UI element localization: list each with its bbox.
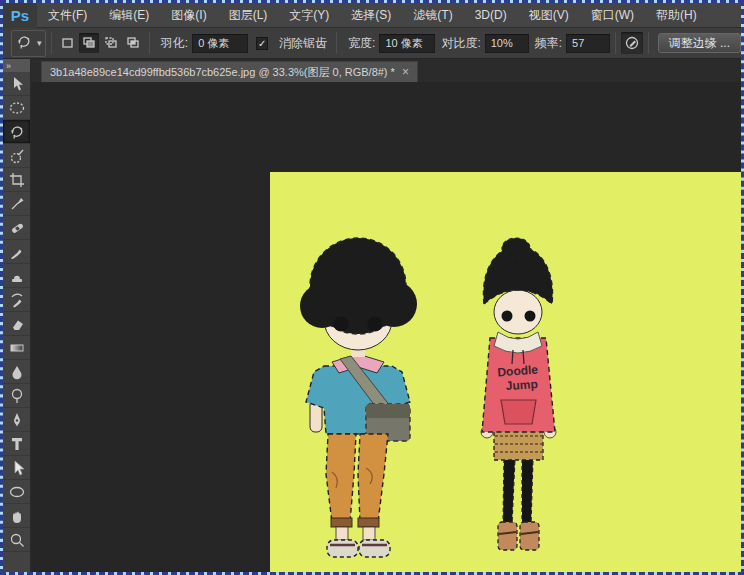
document-tab-strip: 3b1a48e89ce14cd99ffbd536b7cb625e.jpg @ 3… [31,59,741,82]
photoshop-window: Ps 文件(F) 编辑(E) 图像(I) 图层(L) 文字(Y) 选择(S) 滤… [0,0,744,575]
new-selection-button[interactable] [58,33,78,53]
clone-stamp-tool[interactable] [3,264,30,288]
separator [615,32,616,54]
separator [336,32,337,54]
contrast-label: 对比度: [441,35,480,52]
menu-image[interactable]: 图像(I) [160,3,217,28]
add-to-selection-button[interactable] [79,33,99,53]
photoshop-logo: Ps [3,3,37,28]
width-input[interactable] [379,34,435,53]
open-image[interactable]: Doodle Jump [270,172,741,572]
tool-preset-picker[interactable]: ▾ [11,30,46,57]
eyedropper-tool[interactable] [3,192,30,216]
pen-tool[interactable] [3,408,30,432]
eraser-tool[interactable] [3,312,30,336]
type-tool[interactable] [3,432,30,456]
quick-selection-tool[interactable] [3,144,30,168]
feather-label: 羽化: [161,35,188,52]
menu-help[interactable]: 帮助(H) [645,3,708,28]
hand-tool[interactable] [3,504,30,528]
boy-figure [300,238,417,557]
separator [648,32,649,54]
blur-tool[interactable] [3,360,30,384]
dodge-tool[interactable] [3,384,30,408]
separator [149,32,150,54]
separator [51,32,52,54]
document-title: 3b1a48e89ce14cd99ffbd536b7cb625e.jpg @ 3… [50,65,395,80]
gradient-tool[interactable] [3,336,30,360]
ellipse-shape-tool[interactable] [3,480,30,504]
antialias-label: 消除锯齿 [279,35,327,52]
menu-file[interactable]: 文件(F) [37,3,98,28]
cartoon-figures-artwork: Doodle Jump [270,172,741,572]
tools-panel: » [3,59,31,572]
tablet-pressure-toggle[interactable] [621,32,643,54]
magnetic-lasso-tool[interactable] [3,120,30,144]
menu-select[interactable]: 选择(S) [340,3,402,28]
frequency-input[interactable] [566,34,610,53]
menu-bar: Ps 文件(F) 编辑(E) 图像(I) 图层(L) 文字(Y) 选择(S) 滤… [3,3,741,28]
document-tab[interactable]: 3b1a48e89ce14cd99ffbd536b7cb625e.jpg @ 3… [41,61,418,82]
menu-layer[interactable]: 图层(L) [218,3,279,28]
close-tab-icon[interactable]: × [402,65,409,79]
elliptical-marquee-tool[interactable] [3,96,30,120]
feather-input[interactable] [192,34,248,53]
brush-tool[interactable] [3,240,30,264]
tool-options-bar: ▾ [3,28,741,59]
antialias-checkbox[interactable]: ✓ [256,37,268,50]
collapse-panel-button[interactable]: » [3,59,30,72]
frequency-label: 频率: [535,35,562,52]
history-brush-tool[interactable] [3,288,30,312]
zoom-tool[interactable] [3,528,30,552]
canvas-area[interactable]: Doodle Jump [31,82,741,572]
crop-tool[interactable] [3,168,30,192]
path-selection-tool[interactable] [3,456,30,480]
move-tool[interactable] [3,72,30,96]
magnetic-lasso-icon [15,33,33,54]
menu-view[interactable]: 视图(V) [518,3,580,28]
subtract-from-selection-button[interactable] [101,33,121,53]
chevron-down-icon: ▾ [37,38,42,48]
menu-edit[interactable]: 编辑(E) [98,3,160,28]
menu-filter[interactable]: 滤镜(T) [402,3,463,28]
contrast-input[interactable] [485,34,529,53]
menu-type[interactable]: 文字(Y) [278,3,340,28]
refine-edge-button[interactable]: 调整边缘 ... [658,33,741,53]
menu-3d[interactable]: 3D(D) [464,3,518,28]
width-label: 宽度: [348,35,375,52]
intersect-selection-button[interactable] [123,33,143,53]
hoodie-text-line2: Jump [505,377,538,393]
healing-brush-tool[interactable] [3,216,30,240]
menu-window[interactable]: 窗口(W) [580,3,645,28]
girl-figure: Doodle Jump [481,238,556,550]
